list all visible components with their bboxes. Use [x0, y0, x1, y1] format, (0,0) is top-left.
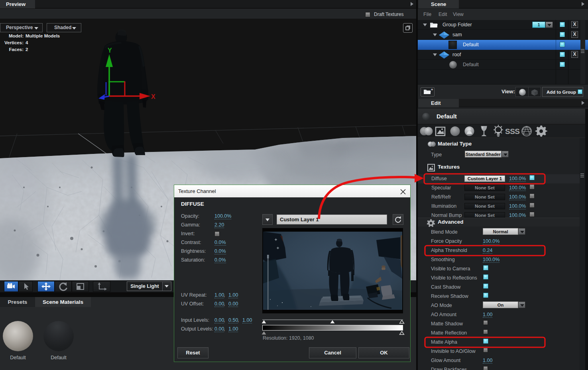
svg-text:+: +: [431, 88, 433, 92]
svg-text:SSS: SSS: [505, 127, 520, 136]
svg-text:Y: Y: [108, 47, 112, 54]
svg-text:X: X: [151, 93, 155, 100]
